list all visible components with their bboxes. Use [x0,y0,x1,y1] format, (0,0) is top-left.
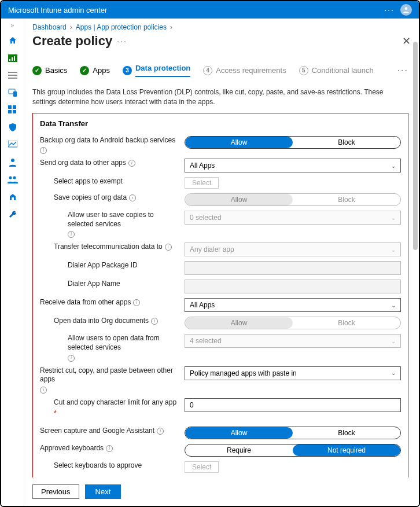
dashboard-icon[interactable] [8,53,18,63]
svg-point-15 [11,159,14,162]
telecom-value: Any dialer app [190,245,234,254]
chevron-right-icon: › [170,23,172,31]
page-title: Create policy [32,34,112,49]
backup-toggle[interactable]: Allow Block [185,136,401,149]
info-icon[interactable]: i [165,244,172,251]
step-apps[interactable]: ✓ Apps [80,66,110,75]
close-icon[interactable]: ✕ [402,35,411,47]
info-icon[interactable]: i [128,160,135,167]
restrict-label: Restrict cut, copy, and paste between ot… [40,366,180,384]
svg-rect-13 [13,110,16,113]
restrict-value: Policy managed apps with paste in [190,369,297,377]
devices-icon[interactable] [8,87,18,98]
screencap-toggle[interactable]: Allow Block [185,427,401,439]
wizard-steps: ✓ Basics ✓ Apps 3 Data protection 4 Acce… [32,53,408,84]
next-button[interactable]: Next [85,484,121,499]
receive-select[interactable]: All Apps ⌄ [185,298,401,312]
avatar[interactable] [400,4,412,16]
apps-icon[interactable] [8,105,18,115]
screencap-label: Screen capture and Google Assistant [40,427,154,436]
receive-label: Receive data from other apps [40,298,131,307]
screencap-allow[interactable]: Allow [185,427,293,439]
exempt-label: Select apps to exempt [54,177,123,186]
svg-point-0 [405,7,408,10]
required-star: * [54,409,57,418]
step-data-protection[interactable]: 3 Data protection [123,64,190,77]
check-icon: ✓ [32,66,42,75]
groups-icon[interactable] [8,174,18,185]
info-icon[interactable]: i [68,355,75,362]
chevron-right-icon: › [70,23,72,31]
send-label: Send org data to other apps [40,159,126,168]
step-conditional-launch[interactable]: 5 Conditional launch [299,66,374,75]
check-icon: ✓ [80,66,89,75]
info-icon[interactable]: i [68,231,75,238]
chevron-down-icon: ⌄ [391,370,396,376]
saveservices-label: Allow user to save copies to selected se… [68,211,180,229]
keyboards-require[interactable]: Require [185,444,293,456]
info-icon[interactable]: i [157,428,164,435]
charlimit-label: Cut and copy character limit for any app [54,398,176,407]
wizard-more-icon[interactable]: ··· [397,65,408,76]
dialername-label: Dialer App Name [68,280,120,289]
info-icon[interactable]: i [151,318,158,325]
info-icon[interactable]: i [106,445,113,452]
security-icon[interactable] [8,122,18,133]
dialerpkg-label: Dialer App Package ID [68,261,138,270]
users-icon[interactable] [8,157,18,167]
breadcrumb-dashboard[interactable]: Dashboard [32,23,67,31]
nav-collapse-icon[interactable]: » [11,22,14,28]
info-icon[interactable]: i [129,194,136,201]
previous-button[interactable]: Previous [32,484,79,499]
savecopies-allow: Allow [185,194,293,205]
openorg-toggle: Allow Block [185,317,401,329]
wizard-footer: Previous Next [24,477,419,506]
chevron-down-icon: ⌄ [391,215,396,221]
chevron-down-icon: ⌄ [391,247,396,253]
openservices-value: 4 selected [190,337,222,345]
troubleshoot-icon[interactable] [8,209,18,219]
backup-label: Backup org data to Android backup servic… [40,136,175,145]
chevron-down-icon: ⌄ [391,302,396,308]
svg-rect-12 [8,110,12,113]
backup-block[interactable]: Block [293,137,400,148]
svg-rect-11 [13,105,16,109]
info-icon[interactable]: i [133,299,140,306]
svg-point-17 [13,177,16,179]
svg-rect-3 [12,57,13,61]
svg-point-16 [9,177,12,179]
saveservices-select: 0 selected ⌄ [185,211,401,225]
savecopies-toggle: Allow Block [185,193,401,206]
info-icon[interactable]: i [40,387,47,394]
exempt-select-button: Select [185,177,219,189]
saveservices-value: 0 selected [190,214,222,222]
home-icon[interactable] [8,35,18,46]
selectkbd-label: Select keyboards to approve [54,461,142,471]
openorg-label: Open data into Org documents [54,317,149,326]
svg-rect-2 [9,59,10,61]
backup-allow[interactable]: Allow [185,137,293,148]
telecom-select: Any dialer app ⌄ [185,243,401,256]
screencap-block[interactable]: Block [293,427,400,439]
send-select[interactable]: All Apps ⌄ [185,159,401,172]
info-icon[interactable]: i [40,147,47,154]
charlimit-input[interactable] [185,398,401,412]
scrollbar-thumb[interactable] [413,42,418,250]
restrict-select[interactable]: Policy managed apps with paste in ⌄ [185,366,401,380]
tenant-icon[interactable] [8,192,18,202]
breadcrumb-apps[interactable]: Apps | App protection policies [76,23,167,31]
topbar-more-icon[interactable]: ··· [384,5,395,14]
title-more-icon[interactable]: ··· [117,36,127,46]
receive-value: All Apps [190,301,215,309]
section-description: This group includes the Data Loss Preven… [32,84,408,113]
user-icon [402,6,410,14]
keyboards-toggle[interactable]: Require Not required [185,444,401,457]
app-title: Microsoft Intune admin center [8,6,107,14]
list-icon[interactable] [8,70,18,80]
keyboards-label: Approved keyboards [40,444,104,453]
savecopies-label: Save copies of org data [54,193,127,203]
step-access-requirements[interactable]: 4 Access requirements [203,66,286,75]
step-basics[interactable]: ✓ Basics [32,66,67,75]
keyboards-notrequired[interactable]: Not required [293,444,400,456]
reports-icon[interactable] [8,139,18,150]
